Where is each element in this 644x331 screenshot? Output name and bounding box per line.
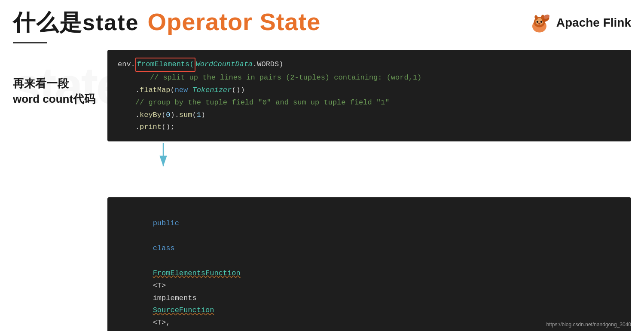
chinese-title: 什么是state: [13, 8, 139, 38]
code-line-3: .flatMap(new Tokenizer()): [118, 84, 621, 97]
svg-point-7: [536, 21, 538, 23]
code-line-5: .keyBy(0).sum(1): [118, 109, 621, 122]
code-line-4: // group by the tuple field "0" and sum …: [118, 97, 621, 109]
top-code-block: env.fromElements(WordCountData.WORDS) //…: [107, 50, 631, 141]
title-area: 什么是state Operator State: [13, 8, 320, 38]
left-description: 再来看一段 word count代码: [13, 76, 99, 107]
header: 什么是state Operator State Apache Flink: [0, 0, 644, 42]
code-line-1: env.fromElements(WordCountData.WORDS): [118, 58, 621, 72]
connecting-arrow: [150, 143, 185, 171]
bottom-code-line-1: public class FromElementsFunction <T> im…: [118, 205, 621, 331]
url-text: https://blog.csdn.net/nandgong_3040: [546, 322, 632, 328]
right-code-content: env.fromElements(WordCountData.WORDS) //…: [107, 50, 631, 331]
flink-logo-text: Apache Flink: [556, 16, 631, 30]
flink-squirrel-icon: [528, 11, 551, 35]
bottom-code-block: public class FromElementsFunction <T> im…: [107, 197, 631, 331]
left-sidebar-text: 再来看一段 word count代码: [13, 50, 99, 331]
title-divider: [13, 42, 47, 43]
operator-state-title: Operator State: [147, 8, 320, 36]
code-line-2: // split up the lines in pairs (2-tuples…: [118, 72, 621, 84]
flink-logo-area: Apache Flink: [528, 11, 631, 35]
code-line-6: .print();: [118, 121, 621, 134]
arrow-area: [107, 141, 631, 172]
svg-point-8: [540, 21, 543, 23]
svg-point-9: [538, 23, 540, 25]
main-content: 再来看一段 word count代码 env.fromElements(Word…: [0, 50, 644, 331]
